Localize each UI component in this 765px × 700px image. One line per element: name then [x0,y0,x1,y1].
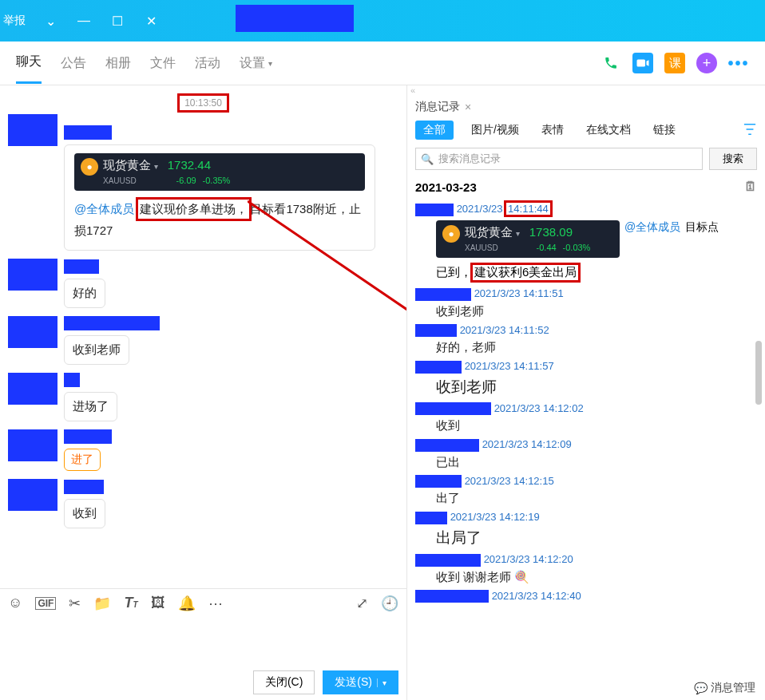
gold-quote-card[interactable]: ● 现货黄金 ▾ 1738.09 XAUUSD -0.44 -0.03% [436,220,620,258]
username-redacted [64,429,112,444]
tab-activity[interactable]: 活动 [195,44,220,83]
maximize-button[interactable]: ☐ [101,0,134,42]
message-record-panel: « 消息记录 × 全部 图片/视频 表情 在线文档 链接 🔍 搜索消息记录 搜索… [407,85,765,700]
username-redacted [415,402,491,415]
tab-settings[interactable]: 设置 ▾ [240,44,272,83]
username-redacted [415,475,462,488]
tab-chat[interactable]: 聊天 [16,42,42,84]
username-redacted [415,324,457,337]
username-redacted [415,361,462,374]
tab-notice[interactable]: 公告 [61,44,86,83]
chat-bubble-icon: 💬 [694,682,708,694]
report-link[interactable]: 举报 [0,14,34,28]
profit-advice-highlight: 建议获利6美金出局 [470,263,581,283]
filter-icon[interactable] [743,123,757,138]
record-tab-docs[interactable]: 在线文档 [581,121,636,140]
record-search-button[interactable]: 搜索 [709,148,757,170]
chat-bubble: 进了 [64,449,101,471]
avatar-redacted [8,373,57,405]
close-button[interactable]: ✕ [134,0,168,42]
close-compose-button[interactable]: 关闭(C) [253,670,315,694]
time-divider: 10:13:50 [8,93,398,113]
chevron-down-icon: ▾ [268,59,272,68]
record-tab-all[interactable]: 全部 [415,121,454,140]
record-tab-emoji[interactable]: 表情 [537,121,569,140]
format-icon[interactable]: TT [124,595,137,611]
username-redacted [64,316,160,330]
mention-all[interactable]: @全体成员 [624,220,680,235]
username-redacted [64,259,99,274]
main-tabs: 聊天 公告 相册 文件 活动 设置 ▾ 课 + ••• [0,42,765,85]
gold-quote-card[interactable]: ● 现货黄金 ▾ 1732.44 XAUUSD -6.09 -0.35% [74,153,365,191]
dropdown-icon[interactable]: ⌄ [34,0,67,42]
avatar-redacted [8,114,57,146]
chat-bubble: 进场了 [64,392,117,421]
gif-icon[interactable]: GIF [35,597,56,610]
folder-icon[interactable]: 📁 [93,595,111,612]
record-text: 收到老师 [436,377,760,397]
chat-panel: 10:13:50 ● 现货黄金 ▾ 1732.44 XAUUSD -6.09 [0,85,407,700]
history-icon[interactable]: 🕘 [381,595,398,612]
gold-coin-icon: ● [81,158,98,176]
username-redacted [415,512,447,524]
message-manage-button[interactable]: 💬 消息管理 [694,681,755,695]
chat-bubble: 好的 [64,279,105,308]
tab-files[interactable]: 文件 [150,44,176,83]
username-redacted [415,288,471,301]
record-text: 目标点 [685,220,719,235]
compose-toolbar: ☺ GIF ✂ 📁 TT 🖼 🔔 ⋯ ⤢ 🕘 [0,588,406,617]
group-name-redacted [236,5,354,32]
search-icon: 🔍 [421,153,434,165]
advice-highlight: 建议现价多单进场， [136,197,252,221]
close-record-icon[interactable]: × [465,101,471,113]
username-redacted [64,373,80,387]
minimize-button[interactable]: — [67,0,101,42]
more-icon[interactable]: ••• [728,53,749,73]
record-scrollbar[interactable] [755,173,763,620]
ellipsis-icon[interactable]: ⋯ [208,595,223,612]
record-tabs: 全部 图片/视频 表情 在线文档 链接 [407,116,765,144]
bell-icon[interactable]: 🔔 [178,595,196,612]
mention-all[interactable]: @全体成员 [74,202,134,216]
avatar-redacted [8,479,57,511]
avatar-redacted [8,429,57,461]
username-redacted [415,204,454,216]
record-text: 收到 谢谢老师 🍭 [436,570,760,585]
avatar-redacted [8,259,57,291]
username-redacted [415,554,481,567]
voice-call-icon[interactable] [601,53,621,73]
username-redacted [415,439,479,452]
chat-bubble: 收到 [64,499,105,528]
record-text: 好的，老师 [436,340,760,355]
title-bar: 举报 ⌄ — ☐ ✕ [0,0,765,42]
record-text: 出了 [436,491,760,506]
video-call-icon[interactable] [632,53,653,73]
scissors-icon[interactable]: ✂ [69,595,81,612]
record-text: 已出 [436,455,760,470]
expand-icon[interactable]: ⤢ [356,595,368,612]
emoji-icon[interactable]: ☺ [8,595,22,611]
username-redacted [64,125,112,140]
record-search-input[interactable]: 🔍 搜索消息记录 [415,148,703,170]
send-button[interactable]: 发送(S)▾ [323,670,398,694]
record-title: 消息记录 [415,100,460,114]
tab-album[interactable]: 相册 [105,44,131,83]
record-text: 出局了 [436,528,760,548]
record-text: 收到老师 [436,304,760,319]
gold-coin-icon: ● [442,225,460,243]
record-text: 收到 [436,418,760,433]
record-tab-image[interactable]: 图片/视频 [466,121,524,140]
chat-bubble: 收到老师 [64,335,129,365]
lollipop-emoji-icon: 🍭 [514,570,529,583]
avatar-redacted [8,316,57,348]
username-redacted [415,590,489,603]
record-tab-link[interactable]: 链接 [648,121,680,140]
add-button[interactable]: + [696,53,717,73]
compose-input[interactable] [0,617,406,665]
username-redacted [64,480,104,494]
class-icon[interactable]: 课 [664,53,685,73]
record-date: 2021-03-23 [415,180,477,194]
image-icon[interactable]: 🖼 [151,595,165,611]
